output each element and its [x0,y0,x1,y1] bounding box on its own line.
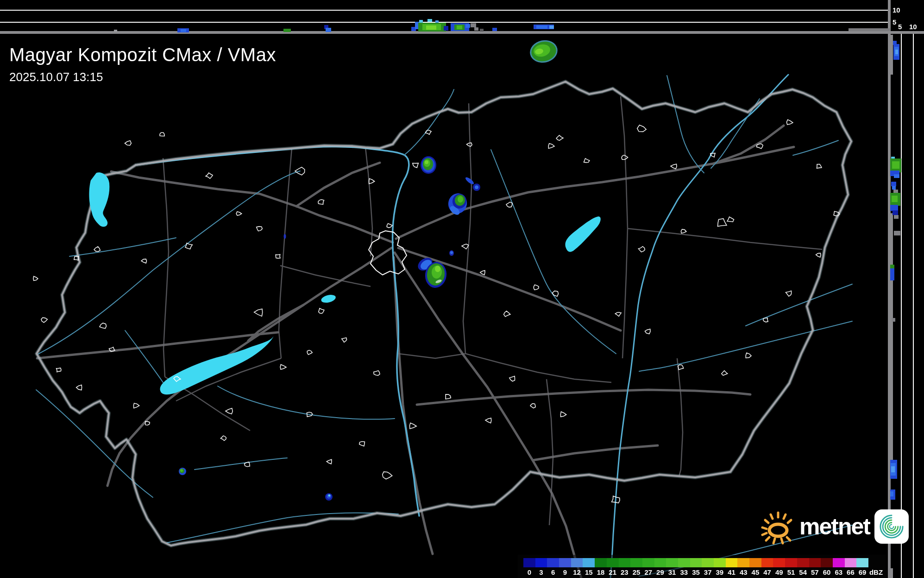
legend-label: 37 [702,568,714,576]
map-frame-top [0,31,924,34]
legend-label: 63 [833,568,845,576]
legend-segment [714,558,726,567]
map-frame-right [888,0,891,578]
terrain-relief [0,34,888,578]
legend-label: 6 [547,568,559,576]
legend-label: 12 [571,568,583,576]
legend-label: 45 [749,568,761,576]
legend-segment [654,558,666,567]
header: Magyar Kompozit CMax / VMax 2025.10.07 1… [9,44,276,84]
legend-segment [619,558,631,567]
legend-label: 31 [666,568,678,576]
legend-label: 43 [737,568,749,576]
legend-segment [833,558,845,567]
hungary-radar-map [0,34,888,578]
radar-cell-layer [435,266,440,272]
legend-segment [583,558,595,567]
radar-cell-layer [450,251,453,254]
legend-segment [737,558,749,567]
dbz-legend: 0369121518212325272931333537394143454749… [518,555,886,578]
legend-segment [630,558,642,567]
radar-cell-layer [475,185,478,189]
legend-segment [642,558,654,567]
metnet-logo[interactable]: metnet [761,508,909,545]
legend-label: 54 [797,568,809,576]
legend-label: 0 [523,568,535,576]
legend-segment [749,558,761,567]
legend-segment [666,558,678,567]
corner-axis-box: 10 5 5 10 [891,0,924,31]
legend-label: 66 [845,568,857,576]
legend-segment [845,558,857,567]
legend-segment [773,558,785,567]
legend-label: 3 [535,568,547,576]
legend-segment [690,558,702,567]
legend-segment [678,558,690,567]
legend-label: 9 [559,568,571,576]
radar-cell-layer [180,469,183,472]
legend-segment [809,558,821,567]
radar-cell-layer [328,495,331,497]
right-axis-label-5: 5 [898,23,902,30]
top-strip-gridline-10km [0,10,888,11]
legend-segment [726,558,738,567]
legend-segment [547,558,559,567]
legend-label: 41 [726,568,738,576]
legend-label: 18 [595,568,607,576]
legend-label: 47 [761,568,773,576]
legend-label: 69 [856,568,868,576]
legend-value-labels: 0369121518212325272931333537394143454749… [523,568,881,576]
legend-label: 49 [773,568,785,576]
legend-segment [797,558,809,567]
legend-label: 25 [630,568,642,576]
legend-segment [856,558,868,567]
page-title: Magyar Kompozit CMax / VMax [9,44,276,65]
legend-segment [785,558,797,567]
legend-label: 15 [583,568,595,576]
legend-segment [559,558,571,567]
legend-label: 33 [678,568,690,576]
legend-label: 35 [690,568,702,576]
top-axis-label-5: 5 [893,19,896,25]
legend-segment [821,558,833,567]
metnet-wordmark: metnet [799,513,870,540]
legend-label: 39 [714,568,726,576]
metnet-app-icon [874,509,909,544]
top-vmax-strip [0,0,888,31]
legend-label: 51 [785,568,797,576]
right-strip-gridline-10km [913,34,914,578]
legend-segment [535,558,547,567]
legend-segment [607,558,619,567]
swirl-icon [877,512,906,541]
radar-cell-layer [284,234,286,239]
legend-label: 21 [607,568,619,576]
right-vmax-strip [891,34,924,578]
legend-unit: dBZ [869,568,881,576]
radar-cell-layer [458,196,463,203]
right-axis-label-10: 10 [909,23,917,30]
radar-cell-layer [425,160,428,164]
right-strip-gridline-5km [901,34,902,578]
legend-segment [702,558,714,567]
sun-icon [761,508,795,545]
top-strip-gridline-5km [0,22,888,23]
legend-segment [595,558,607,567]
timestamp: 2025.10.07 13:15 [9,70,276,84]
legend-label: 23 [619,568,631,576]
legend-label: 29 [654,568,666,576]
legend-color-scale [523,558,868,567]
legend-label: 27 [642,568,654,576]
legend-label: 60 [821,568,833,576]
legend-segment [761,558,773,567]
top-axis-label-10: 10 [893,6,900,13]
legend-segment [571,558,583,567]
legend-label: 57 [809,568,821,576]
legend-segment [523,558,535,567]
